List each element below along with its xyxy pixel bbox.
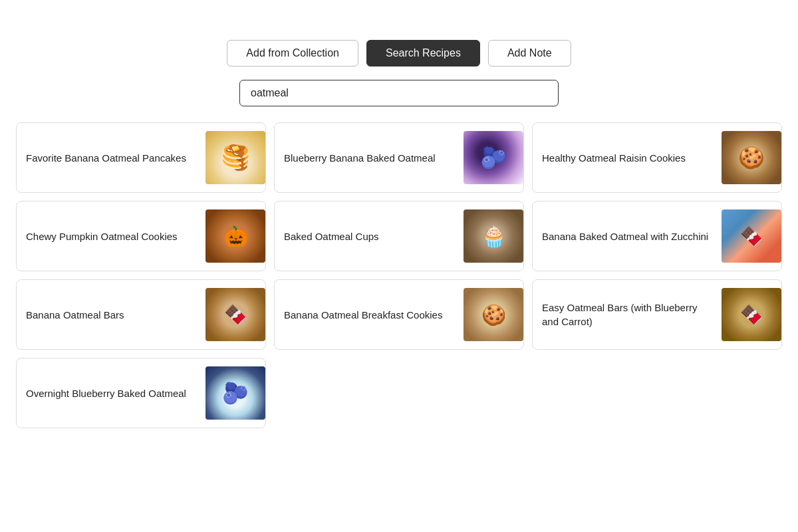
recipe-card[interactable]: Baked Oatmeal Cups — [274, 201, 524, 271]
recipe-thumbnail — [205, 131, 265, 184]
recipe-thumbnail — [205, 366, 265, 420]
recipe-card[interactable]: Chewy Pumpkin Oatmeal Cookies — [16, 201, 266, 271]
recipe-card[interactable]: Blueberry Banana Baked Oatmeal — [274, 122, 524, 193]
recipe-name: Favorite Banana Oatmeal Pancakes — [26, 151, 205, 165]
modal-header — [16, 16, 782, 21]
recipe-thumbnail — [205, 288, 265, 341]
recipe-grid: Favorite Banana Oatmeal PancakesBlueberr… — [16, 122, 782, 439]
recipe-name: Banana Oatmeal Breakfast Cookies — [284, 308, 464, 322]
recipe-card[interactable]: Favorite Banana Oatmeal Pancakes — [16, 122, 266, 193]
recipe-card[interactable]: Banana Oatmeal Breakfast Cookies — [274, 279, 524, 350]
tab-bar: Add from Collection Search Recipes Add N… — [16, 40, 782, 66]
recipe-name: Banana Baked Oatmeal with Zucchini — [542, 229, 722, 243]
recipe-name: Overnight Blueberry Baked Oatmeal — [26, 386, 205, 400]
recipe-card[interactable]: Banana Oatmeal Bars — [16, 279, 266, 350]
recipe-card[interactable]: Banana Baked Oatmeal with Zucchini — [532, 201, 782, 271]
recipe-name: Healthy Oatmeal Raisin Cookies — [542, 151, 722, 165]
tab-search-recipes[interactable]: Search Recipes — [366, 40, 480, 66]
recipe-name: Easy Oatmeal Bars (with Blueberry and Ca… — [542, 301, 722, 329]
search-bar-container — [16, 80, 782, 106]
recipe-thumbnail — [464, 131, 523, 184]
recipe-thumbnail — [722, 288, 781, 341]
recipe-thumbnail — [722, 209, 781, 263]
tab-add-from-collection[interactable]: Add from Collection — [227, 40, 358, 66]
search-input[interactable] — [239, 80, 559, 106]
tab-add-note[interactable]: Add Note — [488, 40, 571, 66]
recipe-name: Blueberry Banana Baked Oatmeal — [284, 151, 464, 165]
recipe-thumbnail — [464, 288, 523, 341]
recipe-name: Baked Oatmeal Cups — [284, 229, 464, 243]
recipe-name: Chewy Pumpkin Oatmeal Cookies — [26, 229, 205, 243]
recipe-thumbnail — [464, 209, 523, 263]
recipe-card[interactable]: Healthy Oatmeal Raisin Cookies — [532, 122, 782, 193]
recipe-card[interactable]: Easy Oatmeal Bars (with Blueberry and Ca… — [532, 279, 782, 350]
recipe-thumbnail — [205, 209, 265, 263]
modal-container: Add from Collection Search Recipes Add N… — [0, 0, 798, 532]
recipe-card[interactable]: Overnight Blueberry Baked Oatmeal — [16, 358, 266, 428]
close-button[interactable] — [771, 16, 782, 21]
recipe-name: Banana Oatmeal Bars — [26, 308, 205, 322]
recipe-thumbnail — [722, 131, 781, 184]
